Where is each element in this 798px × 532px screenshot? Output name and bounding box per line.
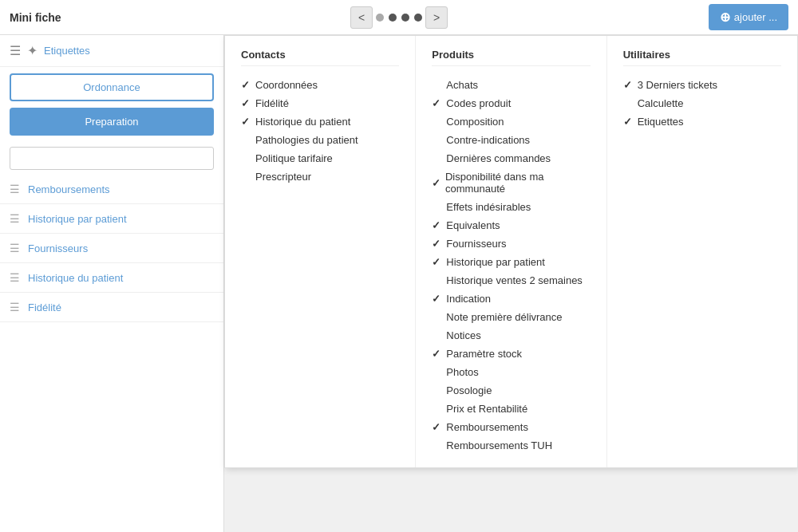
item-parametre-stock[interactable]: ✓Paramètre stock xyxy=(432,345,590,363)
item-coordonnees[interactable]: ✓Coordonnées xyxy=(241,76,399,94)
check-historique-par-patient: ✓ xyxy=(432,256,443,268)
pin-icon: ✦ xyxy=(27,43,38,58)
sidebar-item-label-3: Fournisseurs xyxy=(28,242,88,254)
item-disponibilite[interactable]: ✓Disponibilité dans ma communauté xyxy=(432,167,590,198)
list-icon-1: ☰ xyxy=(10,183,20,195)
item-fournisseurs[interactable]: ✓Fournisseurs xyxy=(432,234,590,253)
header: Mini fiche < > ⊕ ajouter ... xyxy=(0,0,798,35)
add-icon: ⊕ xyxy=(720,10,730,25)
item-dernieres-commandes[interactable]: ✓Dernières commandes xyxy=(432,149,590,167)
sidebar-item-fournisseurs[interactable]: ☰ Fournisseurs xyxy=(0,234,223,263)
nav-dot-1 xyxy=(376,14,384,22)
item-prescripteur[interactable]: ✓Prescripteur xyxy=(241,167,399,186)
nav-next-button[interactable]: > xyxy=(425,6,448,29)
check-fidelite: ✓ xyxy=(241,97,252,109)
check-3-derniers-tickets: ✓ xyxy=(623,79,634,91)
sidebar-item-label-5: Fidélité xyxy=(28,301,61,313)
item-notices[interactable]: ✓Notices xyxy=(432,326,590,345)
sidebar-item-historique-du-patient[interactable]: ☰ Historique du patient xyxy=(0,263,223,293)
item-pathologies[interactable]: ✓Pathologies du patient xyxy=(241,131,399,149)
item-remboursements-tuh[interactable]: ✓Remboursements TUH xyxy=(432,436,590,455)
list-icon-3: ☰ xyxy=(10,242,20,254)
item-indication[interactable]: ✓Indication xyxy=(432,290,590,308)
check-coordonnees: ✓ xyxy=(241,79,252,91)
item-calculette[interactable]: ✓Calculette xyxy=(623,94,781,112)
item-historique-par-patient[interactable]: ✓Historique par patient xyxy=(432,253,590,271)
check-remboursements: ✓ xyxy=(432,421,443,433)
sidebar-item-remboursements[interactable]: ☰ Remboursements xyxy=(0,175,223,204)
menu-icon: ☰ xyxy=(10,43,21,58)
item-3-derniers-tickets[interactable]: ✓3 Derniers tickets xyxy=(623,76,781,94)
col-header-produits: Produits xyxy=(432,49,590,66)
nav-dot-3 xyxy=(401,14,409,22)
dropdown-col-produits: Produits ✓Achats ✓Codes produit ✓Composi… xyxy=(416,36,606,467)
check-fournisseurs: ✓ xyxy=(432,238,443,250)
main-layout: ☰ ✦ Etiquettes Ordonnance Preparation ☰ … xyxy=(0,35,798,532)
item-etiquettes[interactable]: ✓Etiquettes xyxy=(623,112,781,131)
ordonnance-button[interactable]: Ordonnance xyxy=(10,73,214,101)
item-historique-patient[interactable]: ✓Historique du patient xyxy=(241,112,399,131)
check-disponibilite: ✓ xyxy=(432,177,442,189)
item-effets[interactable]: ✓Effets indésirables xyxy=(432,198,590,216)
sidebar-top: ☰ ✦ Etiquettes xyxy=(0,35,223,67)
item-historique-ventes[interactable]: ✓Historique ventes 2 semaines xyxy=(432,271,590,290)
list-icon-5: ☰ xyxy=(10,301,20,313)
check-etiquettes: ✓ xyxy=(623,116,634,128)
nav-dot-2 xyxy=(389,14,397,22)
item-contre-indications[interactable]: ✓Contre-indications xyxy=(432,131,590,149)
add-button[interactable]: ⊕ ajouter ... xyxy=(709,4,788,30)
list-icon-4: ☰ xyxy=(10,271,20,284)
col-header-contacts: Contacts xyxy=(241,49,399,66)
item-note-premiere[interactable]: ✓Note première délivrance xyxy=(432,308,590,326)
item-achats[interactable]: ✓Achats xyxy=(432,76,590,94)
add-button-label: ajouter ... xyxy=(734,11,777,23)
sidebar-item-label-1: Remboursements xyxy=(28,183,110,195)
item-fidelite[interactable]: ✓Fidélité xyxy=(241,94,399,112)
item-composition[interactable]: ✓Composition xyxy=(432,112,590,131)
dropdown-col-contacts: Contacts ✓Coordonnées ✓Fidélité ✓Histori… xyxy=(225,36,416,467)
item-prix-rentabilite[interactable]: ✓Prix et Rentabilité xyxy=(432,400,590,418)
sidebar-item-label-2: Historique par patient xyxy=(28,213,127,225)
col-header-utilitaires: Utilitaires xyxy=(623,49,781,66)
item-remboursements[interactable]: ✓Remboursements xyxy=(432,418,590,436)
item-equivalents[interactable]: ✓Equivalents xyxy=(432,216,590,234)
search-input[interactable] xyxy=(10,147,214,170)
preparation-button[interactable]: Preparation xyxy=(10,108,214,136)
check-historique-patient: ✓ xyxy=(241,116,252,128)
dropdown-col-utilitaires: Utilitaires ✓3 Derniers tickets ✓Calcule… xyxy=(607,36,797,467)
nav-dots xyxy=(376,14,422,22)
sidebar-item-label-4: Historique du patient xyxy=(28,272,123,284)
check-indication: ✓ xyxy=(432,293,443,305)
item-politique[interactable]: ✓Politique tarifaire xyxy=(241,149,399,167)
check-codes-produit: ✓ xyxy=(432,97,443,109)
etiquettes-label: Etiquettes xyxy=(44,45,90,57)
item-codes-produit[interactable]: ✓Codes produit xyxy=(432,94,590,112)
sidebar-item-historique-patient[interactable]: ☰ Historique par patient xyxy=(0,204,223,234)
sidebar-item-fidelite[interactable]: ☰ Fidélité xyxy=(0,293,223,322)
sidebar: ☰ ✦ Etiquettes Ordonnance Preparation ☰ … xyxy=(0,35,224,532)
list-icon-2: ☰ xyxy=(10,212,20,225)
check-equivalents: ✓ xyxy=(432,219,443,231)
item-photos[interactable]: ✓Photos xyxy=(432,363,590,381)
nav-arrows: < > xyxy=(350,6,448,29)
check-parametre-stock: ✓ xyxy=(432,348,443,360)
nav-prev-button[interactable]: < xyxy=(350,6,373,29)
item-posologie[interactable]: ✓Posologie xyxy=(432,381,590,400)
dropdown-menu: Contacts ✓Coordonnées ✓Fidélité ✓Histori… xyxy=(224,35,798,468)
nav-dot-4 xyxy=(414,14,422,22)
